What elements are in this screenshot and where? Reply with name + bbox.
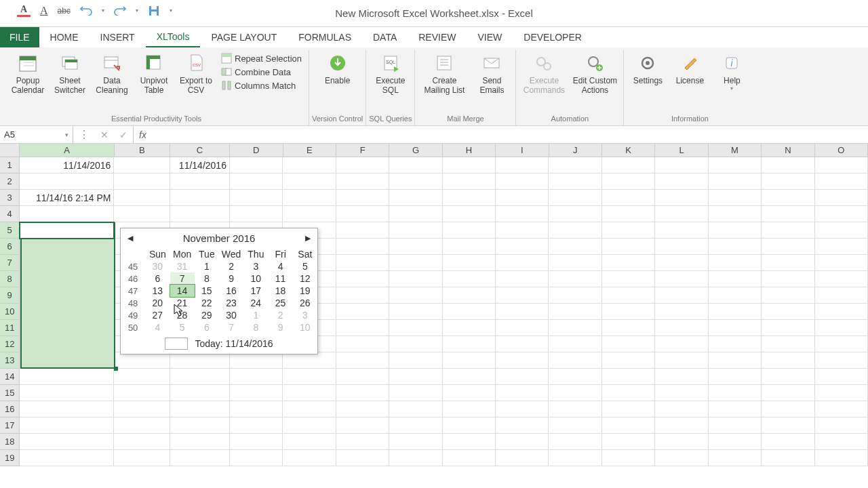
- formula-colon-icon[interactable]: ⋮: [79, 128, 90, 141]
- columns-match-button[interactable]: Columns Match: [221, 80, 302, 91]
- cell-H12[interactable]: [443, 336, 496, 352]
- cell-H18[interactable]: [443, 434, 496, 450]
- cell-J11[interactable]: [549, 320, 601, 336]
- cell-D16[interactable]: [230, 401, 283, 418]
- row-header-5[interactable]: 5: [0, 222, 20, 239]
- enable-vc-button[interactable]: Enable: [317, 50, 359, 85]
- calendar-next-icon[interactable]: ▶: [305, 234, 311, 243]
- cell-O16[interactable]: [815, 401, 868, 418]
- cell-A18[interactable]: [20, 434, 114, 450]
- cell-J1[interactable]: [549, 157, 601, 174]
- calendar-day[interactable]: 25: [269, 297, 293, 309]
- cell-G9[interactable]: [389, 287, 442, 304]
- cell-B3[interactable]: [114, 190, 170, 206]
- cell-C2[interactable]: [170, 174, 230, 190]
- cell-A14[interactable]: [20, 369, 114, 385]
- cell-F12[interactable]: [336, 336, 389, 352]
- row-header-19[interactable]: 19: [0, 450, 20, 466]
- cell-M15[interactable]: [709, 385, 762, 401]
- cell-N5[interactable]: [762, 222, 814, 239]
- row-header-12[interactable]: 12: [0, 336, 20, 352]
- cell-J15[interactable]: [549, 385, 601, 401]
- cell-O17[interactable]: [815, 418, 868, 434]
- cell-O15[interactable]: [815, 385, 868, 401]
- cell-K8[interactable]: [602, 271, 655, 287]
- cell-N12[interactable]: [762, 336, 814, 352]
- cell-K10[interactable]: [602, 304, 655, 320]
- cell-I4[interactable]: [496, 206, 549, 222]
- cell-M14[interactable]: [709, 369, 762, 385]
- cell-L5[interactable]: [655, 222, 708, 239]
- calendar-day[interactable]: 20: [145, 297, 170, 309]
- cell-K16[interactable]: [602, 401, 655, 418]
- calendar-day[interactable]: 3: [293, 309, 317, 321]
- calendar-day[interactable]: 21: [170, 297, 195, 309]
- undo-icon[interactable]: [80, 6, 92, 16]
- cell-L18[interactable]: [655, 434, 708, 450]
- cell-O5[interactable]: [815, 222, 868, 239]
- cell-G2[interactable]: [389, 174, 442, 190]
- cell-K1[interactable]: [602, 157, 655, 174]
- calendar-day[interactable]: 14: [170, 285, 195, 297]
- cell-M7[interactable]: [709, 255, 762, 271]
- cell-E1[interactable]: [283, 157, 336, 174]
- cell-O7[interactable]: [815, 255, 868, 271]
- cell-F8[interactable]: [336, 271, 389, 287]
- calendar-day[interactable]: 1: [195, 260, 219, 272]
- cell-L11[interactable]: [655, 320, 708, 336]
- cell-J6[interactable]: [549, 239, 601, 255]
- cell-K12[interactable]: [602, 336, 655, 352]
- cell-G6[interactable]: [389, 239, 442, 255]
- row-header-8[interactable]: 8: [0, 271, 20, 287]
- cell-A16[interactable]: [20, 401, 114, 418]
- cell-J8[interactable]: [549, 271, 601, 287]
- cell-H7[interactable]: [443, 255, 496, 271]
- cell-C13[interactable]: [170, 352, 230, 369]
- cell-F14[interactable]: [336, 369, 389, 385]
- col-header-K[interactable]: K: [602, 144, 655, 157]
- cell-M4[interactable]: [709, 206, 762, 222]
- cell-F13[interactable]: [336, 352, 389, 369]
- cell-M6[interactable]: [709, 239, 762, 255]
- cell-F16[interactable]: [336, 401, 389, 418]
- cell-A13[interactable]: [20, 352, 114, 369]
- cell-J12[interactable]: [549, 336, 601, 352]
- cell-G8[interactable]: [389, 271, 442, 287]
- row-header-14[interactable]: 14: [0, 369, 20, 385]
- cell-O6[interactable]: [815, 239, 868, 255]
- calendar-day[interactable]: 30: [219, 309, 243, 321]
- cell-G11[interactable]: [389, 320, 442, 336]
- qat-customize-icon[interactable]: ▾: [170, 7, 172, 14]
- cell-F15[interactable]: [336, 385, 389, 401]
- cell-L10[interactable]: [655, 304, 708, 320]
- cell-C18[interactable]: [170, 434, 230, 450]
- cell-G3[interactable]: [389, 190, 442, 206]
- calendar-day[interactable]: 31: [170, 260, 195, 272]
- cell-I18[interactable]: [496, 434, 549, 450]
- calendar-day[interactable]: 3: [243, 260, 268, 272]
- calendar-day[interactable]: 8: [243, 321, 268, 333]
- cell-F3[interactable]: [336, 190, 389, 206]
- calendar-day[interactable]: 11: [269, 272, 293, 285]
- combine-data-button[interactable]: Combine Data: [221, 66, 302, 77]
- col-header-I[interactable]: I: [496, 144, 549, 157]
- tab-home[interactable]: HOME: [39, 27, 90, 47]
- cell-N9[interactable]: [762, 287, 814, 304]
- calendar-day[interactable]: 6: [195, 321, 219, 333]
- calendar-day[interactable]: 5: [170, 321, 195, 333]
- cell-B1[interactable]: [114, 157, 170, 174]
- unpivot-table-button[interactable]: Unpivot Table: [133, 50, 175, 96]
- cell-A1[interactable]: 11/14/2016: [20, 157, 114, 174]
- cell-A5[interactable]: [20, 222, 114, 239]
- cell-I6[interactable]: [496, 239, 549, 255]
- cell-A9[interactable]: [20, 287, 114, 304]
- cell-N15[interactable]: [762, 385, 814, 401]
- cell-L16[interactable]: [655, 401, 708, 418]
- tab-xltools[interactable]: XLTools: [146, 27, 201, 47]
- col-header-H[interactable]: H: [443, 144, 496, 157]
- popup-calendar-button[interactable]: Popup Calendar: [7, 50, 49, 96]
- cell-O4[interactable]: [815, 206, 868, 222]
- cell-A19[interactable]: [20, 450, 114, 466]
- cell-I17[interactable]: [496, 418, 549, 434]
- license-button[interactable]: License: [669, 50, 711, 85]
